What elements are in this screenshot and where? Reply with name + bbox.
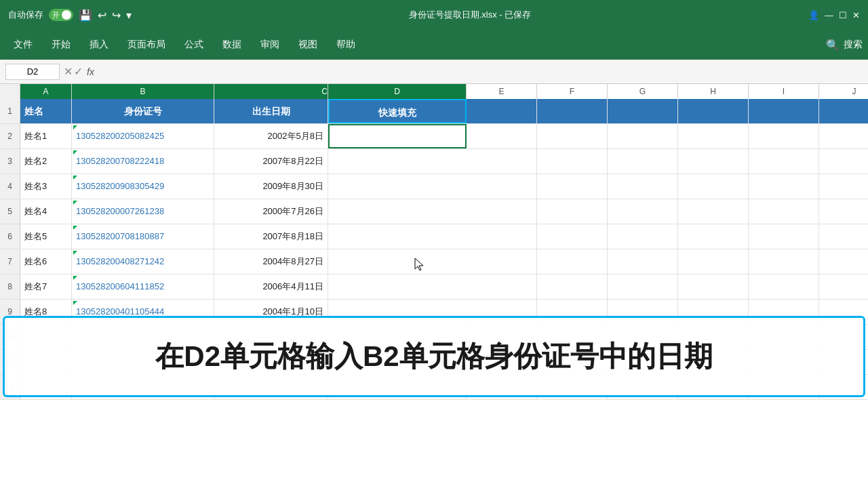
col-header-i[interactable]: I [749,84,819,99]
row-num-7: 7 [0,249,20,274]
cell-c2[interactable]: 2002年5月8日 [214,124,328,148]
cell-e6 [467,224,537,249]
col-header-d[interactable]: D [328,84,467,99]
col-header-b[interactable]: B [72,84,214,99]
autosave-state: 开 [52,10,60,20]
cell-b1[interactable]: 身份证号 [72,99,214,123]
cell-h4 [678,174,749,199]
cell-j8 [819,274,868,299]
formula-input[interactable] [98,66,863,77]
cell-d1[interactable]: 快速填充 [328,99,467,123]
name-box[interactable] [5,64,60,80]
formula-bar: ✕ ✓ fx [0,60,868,84]
menu-home[interactable]: 开始 [43,35,79,55]
file-title: 身份证号提取日期.xlsx - 已保存 [409,9,532,21]
col-header-c[interactable]: C [214,84,328,99]
cell-d5[interactable] [328,199,467,224]
cell-f2 [537,124,608,148]
cell-i3 [749,149,819,174]
cell-e2 [467,124,537,148]
cell-d7[interactable] [328,249,467,274]
cell-f4 [537,174,608,199]
instruction-text: 在D2单元格输入B2单元格身份证号中的日期 [155,338,712,375]
cell-d4[interactable] [328,174,467,199]
col-header-g[interactable]: G [608,84,678,99]
cell-a2[interactable]: 姓名1 [20,124,72,148]
cell-g2 [608,124,678,148]
row-num-1: 1 [0,99,20,123]
cell-b7[interactable]: 130528200408271242 [72,249,214,274]
cell-d2[interactable] [328,124,467,148]
cell-a8[interactable]: 姓名7 [20,274,72,299]
cell-b2[interactable]: 130528200205082425 [72,124,214,148]
cell-c7[interactable]: 2004年8月27日 [214,249,328,274]
cell-a7[interactable]: 姓名6 [20,249,72,274]
row-num-3: 3 [0,149,20,174]
cell-c8[interactable]: 2006年4月11日 [214,274,328,299]
cell-b3[interactable]: 130528200708222418 [72,149,214,174]
save-icon[interactable]: 💾 [79,9,92,22]
row-num-4: 4 [0,174,20,199]
cell-i4 [749,174,819,199]
cell-b8[interactable]: 130528200604111852 [72,274,214,299]
redo-button[interactable]: ↪ [112,9,121,22]
cell-j6 [819,224,868,249]
title-bar: 自动保存 开 💾 ↩ ↪ ▾ 身份证号提取日期.xlsx - 已保存 👤 — ☐… [0,0,868,30]
cell-a6[interactable]: 姓名5 [20,224,72,249]
cell-a4[interactable]: 姓名3 [20,174,72,199]
cell-i6 [749,224,819,249]
autosave-toggle-knob [62,10,71,20]
menu-review[interactable]: 审阅 [252,35,288,55]
col-header-a[interactable]: A [20,84,72,99]
window-minimize[interactable]: — [825,10,833,20]
cell-g7 [608,249,678,274]
cell-b4[interactable]: 130528200908305429 [72,174,214,199]
col-header-h[interactable]: H [678,84,749,99]
window-restore[interactable]: ☐ [839,10,847,20]
col-header-j[interactable]: J [819,84,868,99]
cell-c1[interactable]: 出生日期 [214,99,328,123]
search-icon: 🔍 [826,39,840,52]
window-close[interactable]: ✕ [852,10,860,20]
cell-c5[interactable]: 2000年7月26日 [214,199,328,224]
menu-data[interactable]: 数据 [214,35,250,55]
title-bar-right: 👤 — ☐ ✕ [808,10,860,20]
cell-h1 [678,99,749,123]
menu-help[interactable]: 帮助 [328,35,363,55]
menu-insert[interactable]: 插入 [81,35,117,55]
cell-j7 [819,249,868,274]
table-row: 3 姓名2 130528200708222418 2007年8月22日 [0,149,868,174]
cell-a3[interactable]: 姓名2 [20,149,72,174]
cell-c3[interactable]: 2007年8月22日 [214,149,328,174]
cell-d6[interactable] [328,224,467,249]
cell-b5[interactable]: 130528200007261238 [72,199,214,224]
data-rows: 2 姓名1 130528200205082425 2002年5月8日 3 姓名2… [0,124,868,325]
col-header-f[interactable]: F [537,84,608,99]
customize-icon[interactable]: ▾ [126,9,132,22]
cell-e7 [467,249,537,274]
menu-file[interactable]: 文件 [5,35,41,55]
cell-h2 [678,124,749,148]
search-bar[interactable]: 🔍 搜索 [826,39,863,52]
cell-b6[interactable]: 130528200708180887 [72,224,214,249]
cell-a1[interactable]: 姓名 [20,99,72,123]
menu-view[interactable]: 视图 [290,35,326,55]
menu-formula[interactable]: 公式 [176,35,212,55]
cell-g8 [608,274,678,299]
cell-c6[interactable]: 2007年8月18日 [214,224,328,249]
undo-button[interactable]: ↩ [98,9,106,22]
autosave-toggle[interactable]: 开 [49,9,73,21]
col-header-e[interactable]: E [467,84,537,99]
cell-a5[interactable]: 姓名4 [20,199,72,224]
cell-h7 [678,249,749,274]
confirm-icon[interactable]: ✓ [74,65,83,78]
cell-i8 [749,274,819,299]
cell-d3[interactable] [328,149,467,174]
cancel-icon[interactable]: ✕ [64,65,73,78]
fx-label: fx [87,66,94,77]
account-icon[interactable]: 👤 [808,10,819,20]
cell-d8[interactable] [328,274,467,299]
menu-page-layout[interactable]: 页面布局 [119,35,174,55]
cell-c4[interactable]: 2009年8月30日 [214,174,328,199]
header-row: 1 姓名 身份证号 出生日期 快速填充 [0,99,868,124]
